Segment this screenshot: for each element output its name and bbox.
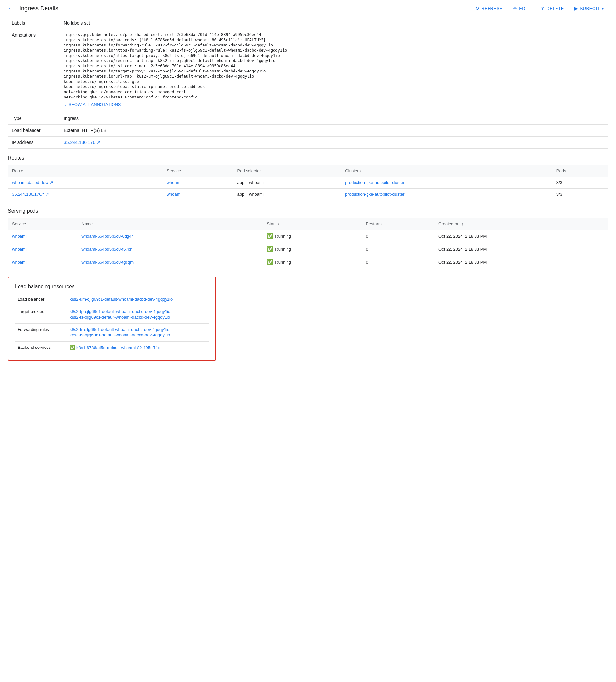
route-pod-selector: app = whoami	[234, 177, 342, 188]
cluster-link[interactable]: production-gke-autopilot-cluster	[345, 180, 404, 185]
running-status-icon: ✅	[267, 233, 273, 239]
annotation-item: networking.gke.io/managed-certificates: …	[64, 90, 604, 94]
service-link[interactable]: whoami	[167, 192, 181, 197]
running-status-icon: ✅	[267, 246, 273, 252]
service-link[interactable]: whoami	[167, 180, 181, 185]
pod-service: whoami	[8, 230, 78, 243]
ip-address-label: IP address	[8, 137, 60, 149]
show-all-annotations-button[interactable]: ⌄ SHOW ALL ANNOTATIONS	[64, 100, 121, 109]
forwarding-rule-link[interactable]: k8s2-fr-ojlg69c1-default-whoami-dacbd-de…	[70, 327, 206, 332]
delete-button[interactable]: 🗑 DELETE	[536, 4, 568, 13]
pod-status: ✅ Running	[263, 230, 362, 243]
annotation-item: kubernetes.io/ingress.class: gce	[64, 79, 604, 84]
kubectl-icon: ▶	[574, 6, 578, 11]
route-link[interactable]: whoami.dacbd.dev/ ↗	[12, 180, 53, 185]
table-row: 35.244.136.176/* ↗ whoami app = whoami p…	[8, 188, 608, 200]
pod-service-link[interactable]: whoami	[12, 247, 27, 252]
pod-created-on: Oct 22, 2024, 2:18:33 PM	[435, 243, 608, 256]
routes-col-clusters: Clusters	[341, 165, 552, 177]
pod-created-on: Oct 22, 2024, 2:18:33 PM	[435, 256, 608, 269]
load-balancer-label: Load balancer	[8, 124, 60, 137]
route-link-cell: 35.244.136.176/* ↗	[8, 188, 163, 200]
annotations-label: Annotations	[8, 29, 60, 112]
type-value: Ingress	[60, 112, 608, 124]
pods-col-name: Name	[78, 218, 263, 230]
pod-service: whoami	[8, 243, 78, 256]
ip-address-value: 35.244.136.176 ↗	[60, 137, 608, 149]
pod-service-link[interactable]: whoami	[12, 260, 27, 265]
lb-forwarding-rules-values: k8s2-fr-ojlg69c1-default-whoami-dacbd-de…	[67, 324, 209, 342]
lb-forwarding-rules-row: Forwarding rules k8s2-fr-ojlg69c1-defaul…	[15, 324, 209, 342]
pods-col-status: Status	[263, 218, 362, 230]
pod-name-link[interactable]: whoami-664bd5b5c8-f67cn	[82, 247, 133, 252]
labels-label: Labels	[8, 17, 60, 29]
pods-col-restarts: Restarts	[362, 218, 435, 230]
routes-col-pods: Pods	[553, 165, 608, 177]
healthy-icon: ✅	[70, 345, 75, 350]
pods-header-row: Service Name Status Restarts Created on …	[8, 218, 608, 230]
back-button[interactable]: ←	[8, 5, 14, 13]
target-proxy-link[interactable]: k8s2-ts-ojlg69c1-default-whoami-dacbd-de…	[70, 315, 206, 320]
annotation-item: ingress.kubernetes.io/forwarding-rule: k…	[64, 43, 604, 47]
refresh-button[interactable]: ↻ REFRESH	[471, 4, 507, 13]
routes-header-row: Route Service Pod selector Clusters Pods	[8, 165, 608, 177]
route-link-cell: whoami.dacbd.dev/ ↗	[8, 177, 163, 188]
edit-icon: ✏	[513, 6, 518, 11]
lb-target-proxies-row: Target proxies k8s2-tp-ojlg69c1-default-…	[15, 306, 209, 324]
route-cluster: production-gke-autopilot-cluster	[341, 188, 552, 200]
table-row: whoami.dacbd.dev/ ↗ whoami app = whoami …	[8, 177, 608, 188]
ip-address-link[interactable]: 35.244.136.176 ↗	[64, 140, 101, 145]
pods-col-created-on: Created on ↑	[435, 218, 608, 230]
status-text: Running	[275, 247, 291, 252]
status-text: Running	[275, 234, 291, 238]
sort-icon: ↑	[462, 222, 464, 226]
annotation-item: ingress.kubernetes.io/https-forwarding-r…	[64, 48, 604, 53]
pod-restarts: 0	[362, 256, 435, 269]
routes-table: Route Service Pod selector Clusters Pods…	[8, 165, 608, 200]
annotation-item: ingress.kubernetes.io/redirect-url-map: …	[64, 59, 604, 63]
lb-backend-services-row: Backend services ✅k8s1-6786ad5d-default-…	[15, 342, 209, 354]
lb-load-balancer-row: Load balancer k8s2-um-ojlg69c1-default-w…	[15, 294, 209, 306]
routes-section-title: Routes	[8, 155, 608, 161]
lb-backend-services-values: ✅k8s1-6786ad5d-default-whoami-80-495cf11…	[67, 342, 209, 354]
header-actions: ↻ REFRESH ✏ EDIT 🗑 DELETE ▶ KUBECTL ▾	[471, 4, 608, 13]
route-cluster: production-gke-autopilot-cluster	[341, 177, 552, 188]
page-title: Ingress Details	[20, 5, 466, 12]
serving-pods-section-title: Serving pods	[8, 208, 608, 214]
lb-target-proxies-label: Target proxies	[15, 306, 67, 324]
type-label: Type	[8, 112, 60, 124]
table-row: whoami whoami-664bd5b5c8-tgcqm ✅ Running…	[8, 256, 608, 269]
routes-col-service: Service	[163, 165, 234, 177]
target-proxy-link[interactable]: k8s2-tp-ojlg69c1-default-whoami-dacbd-de…	[70, 309, 206, 314]
lb-load-balancer-label: Load balancer	[15, 294, 67, 306]
serving-pods-table: Service Name Status Restarts Created on …	[8, 218, 608, 269]
annotation-item: ingress.kubernetes.io/url-map: k8s2-um-o…	[64, 74, 604, 79]
labels-row: Labels No labels set	[8, 17, 608, 29]
cluster-link[interactable]: production-gke-autopilot-cluster	[345, 192, 404, 197]
pod-restarts: 0	[362, 230, 435, 243]
lb-load-balancer-value: k8s2-um-ojlg69c1-default-whoami-dacbd-de…	[67, 294, 209, 306]
lb-backend-services-label: Backend services	[15, 342, 67, 354]
pod-name-link[interactable]: whoami-664bd5b5c8-6dg4r	[82, 234, 133, 238]
pod-created-on: Oct 22, 2024, 2:18:33 PM	[435, 230, 608, 243]
pod-name: whoami-664bd5b5c8-f67cn	[78, 243, 263, 256]
annotation-item: kubernetes.io/ingress.global-static-ip-n…	[64, 85, 604, 89]
annotations-row: Annotations ingress.gcp.kubernetes.io/pr…	[8, 29, 608, 112]
pod-service: whoami	[8, 256, 78, 269]
annotation-item: ingress.kubernetes.io/ssl-cert: mcrt-2c3…	[64, 64, 604, 68]
edit-button[interactable]: ✏ EDIT	[509, 4, 533, 13]
forwarding-rule-link[interactable]: k8s2-fs-ojlg69c1-default-whoami-dacbd-de…	[70, 333, 206, 337]
table-row: whoami whoami-664bd5b5c8-6dg4r ✅ Running…	[8, 230, 608, 243]
pod-status: ✅ Running	[263, 243, 362, 256]
lb-resources-box: Load balancing resources Load balancer k…	[8, 277, 216, 361]
annotations-values: ingress.gcp.kubernetes.io/pre-shared-cer…	[60, 29, 608, 112]
ip-address-row: IP address 35.244.136.176 ↗	[8, 137, 608, 149]
kubectl-button[interactable]: ▶ KUBECTL ▾	[570, 4, 608, 13]
route-link[interactable]: 35.244.136.176/* ↗	[12, 192, 49, 197]
lb-load-balancer-link[interactable]: k8s2-um-ojlg69c1-default-whoami-dacbd-de…	[70, 297, 206, 302]
pod-name-link[interactable]: whoami-664bd5b5c8-tgcqm	[82, 260, 134, 265]
status-text: Running	[275, 260, 291, 265]
backend-service-link[interactable]: k8s1-6786ad5d-default-whoami-80-495cf11c	[76, 345, 160, 350]
pod-service-link[interactable]: whoami	[12, 234, 27, 238]
pod-name: whoami-664bd5b5c8-6dg4r	[78, 230, 263, 243]
